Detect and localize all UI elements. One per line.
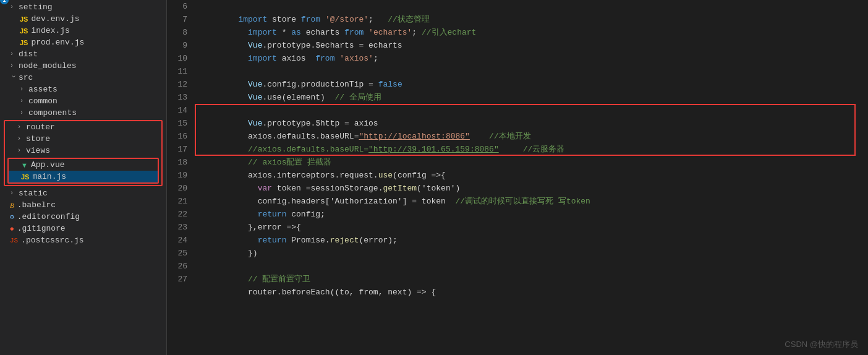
sidebar-item-label: .babelrc bbox=[17, 200, 56, 210]
sidebar-item-editorconfig[interactable]: ⚙ .editorconfig bbox=[0, 211, 166, 223]
sidebar-item-postcssrc[interactable]: JS .postcssrc.js bbox=[0, 234, 166, 246]
code-line: //axios.defaults.baseURL="http://39.101.… bbox=[200, 130, 868, 143]
chevron-right-icon: › bbox=[17, 135, 23, 142]
sidebar-item-components[interactable]: › components bbox=[0, 107, 166, 119]
chevron-right-icon: › bbox=[20, 109, 26, 116]
watermark: CSDN @快的程序员 bbox=[785, 339, 858, 350]
sidebar-item-label: App.vue bbox=[31, 160, 65, 169]
code-line: return Promise.reject(error); bbox=[200, 221, 868, 234]
chevron-right-icon: › bbox=[10, 4, 16, 11]
sidebar-item-label: node_modules bbox=[19, 61, 77, 71]
js-icon: JS bbox=[20, 15, 28, 23]
code-line: config.headers['Authorization'] = token … bbox=[200, 182, 868, 195]
code-line: Vue.use(element) // 全局使用 bbox=[200, 78, 868, 91]
sidebar-item-gitignore[interactable]: ◆ .gitignore bbox=[0, 223, 166, 234]
sidebar-item-label: .postcssrc.js bbox=[21, 236, 83, 245]
sidebar-item-label: dev.env.js bbox=[31, 14, 79, 24]
code-line: }) bbox=[200, 234, 868, 247]
babel-icon: B bbox=[10, 202, 14, 209]
file-explorer: 1 › setting JS dev.env.js JS index.js JS… bbox=[0, 0, 167, 355]
sidebar-item-common[interactable]: › common bbox=[0, 95, 166, 107]
sidebar-item-dev-env[interactable]: JS dev.env.js bbox=[0, 13, 166, 25]
sidebar-item-assets[interactable]: › assets bbox=[0, 83, 166, 95]
sidebar-item-views[interactable]: › views bbox=[5, 145, 161, 156]
chevron-down-icon: › bbox=[10, 75, 17, 81]
sidebar-item-label: setting bbox=[19, 2, 53, 12]
sidebar-item-label: assets bbox=[28, 85, 57, 94]
chevron-right-icon: › bbox=[20, 86, 26, 93]
code-line: import store from '@/store'; //状态管理 bbox=[200, 0, 868, 13]
gear-icon: ⚙ bbox=[10, 213, 14, 221]
sidebar-item-store[interactable]: › store bbox=[5, 133, 161, 145]
sidebar-item-label: .editorconfig bbox=[17, 212, 80, 221]
code-line: // axios配置 拦截器 bbox=[200, 143, 868, 156]
sidebar-item-label: prod.env.js bbox=[31, 38, 84, 47]
sidebar-item-label: common bbox=[28, 96, 57, 106]
sidebar-item-label: .gitignore bbox=[17, 224, 66, 233]
sidebar-item-label: views bbox=[26, 146, 50, 155]
sidebar-item-babelrc[interactable]: B .babelrc bbox=[0, 199, 166, 211]
chevron-right-icon: › bbox=[10, 62, 16, 69]
sidebar-item-index[interactable]: JS index.js bbox=[0, 25, 166, 36]
postcss-icon: JS bbox=[10, 237, 18, 244]
code-line: axios.interceptors.request.use(config =>… bbox=[200, 156, 868, 169]
code-line: Vue.config.productionTip = false bbox=[200, 65, 868, 78]
line-numbers: 6 7 8 9 10 11 12 13 14 15 16 17 18 19 20… bbox=[167, 0, 195, 355]
sidebar-item-label: index.js bbox=[31, 26, 69, 35]
sidebar-item-router[interactable]: › router bbox=[5, 121, 161, 133]
sidebar-item-label: components bbox=[28, 108, 77, 118]
sidebar-item-label: main.js bbox=[32, 172, 66, 181]
code-line: import axios from 'axios'; bbox=[200, 39, 868, 52]
vue-icon: ▼ bbox=[21, 161, 28, 169]
code-line: // 配置前置守卫 bbox=[200, 260, 868, 273]
code-line: var token =sessionStorage.getItem('token… bbox=[200, 169, 868, 182]
sidebar-item-main-js[interactable]: JS main.js bbox=[9, 171, 158, 182]
chevron-right-icon: › bbox=[17, 147, 23, 154]
code-line: },error =>{ bbox=[200, 208, 868, 221]
code-line bbox=[200, 247, 868, 260]
chevron-right-icon: › bbox=[20, 98, 26, 105]
sidebar-item-static[interactable]: › static bbox=[0, 187, 166, 199]
js-icon: JS bbox=[20, 39, 28, 46]
sidebar-item-prod-env[interactable]: JS prod.env.js bbox=[0, 36, 166, 48]
js-icon: JS bbox=[21, 173, 29, 181]
code-line: Vue.prototype.$echarts = echarts bbox=[200, 26, 868, 39]
sidebar-item-label: src bbox=[19, 73, 33, 82]
code-line bbox=[200, 91, 868, 104]
code-line: return config; bbox=[200, 195, 868, 208]
sidebar-item-app-vue[interactable]: ▼ App.vue bbox=[9, 159, 158, 171]
git-icon: ◆ bbox=[10, 225, 14, 233]
sidebar-item-node-modules[interactable]: › node_modules bbox=[0, 60, 166, 72]
code-line: router.beforeEach((to, from, next) => { bbox=[200, 273, 868, 286]
sidebar-item-dist[interactable]: › dist bbox=[0, 48, 166, 60]
chevron-right-icon: › bbox=[10, 190, 16, 197]
code-line: axios.defaults.baseURL="http://localhost… bbox=[200, 117, 868, 130]
chevron-right-icon: › bbox=[10, 51, 16, 58]
chevron-right-icon: › bbox=[17, 124, 23, 130]
sidebar-item-src[interactable]: › src bbox=[0, 72, 166, 83]
code-line bbox=[200, 52, 868, 65]
code-line: Vue.prototype.$http = axios bbox=[200, 104, 868, 117]
code-editor: 6 7 8 9 10 11 12 13 14 15 16 17 18 19 20… bbox=[167, 0, 868, 355]
sidebar-item-setting[interactable]: › setting bbox=[0, 1, 166, 13]
sidebar-item-label: router bbox=[26, 122, 55, 132]
js-icon: JS bbox=[20, 27, 28, 35]
sidebar-item-label: static bbox=[19, 189, 48, 198]
code-line: import * as echarts from 'echarts'; //引入… bbox=[200, 13, 868, 26]
sidebar-item-label: store bbox=[26, 134, 50, 143]
code-content: import store from '@/store'; //状态管理 impo… bbox=[195, 0, 868, 355]
sidebar-item-label: dist bbox=[19, 49, 38, 59]
